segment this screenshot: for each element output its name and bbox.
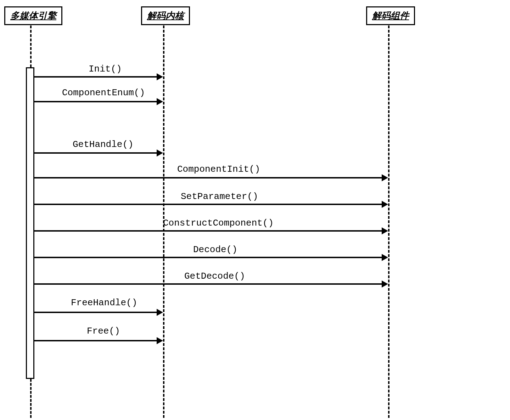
msg-arrowhead-init	[157, 73, 163, 80]
lifeline-component	[388, 25, 389, 418]
lifeline-box-component: 解码组件	[366, 6, 415, 25]
msg-label-setparameter: SetParameter()	[181, 191, 258, 202]
msg-label-free: Free()	[87, 326, 120, 336]
lifeline-engine-bottom	[30, 379, 32, 418]
msg-arrowhead-constructcomponent	[382, 227, 388, 234]
msg-arrowhead-gethandle	[157, 149, 163, 157]
msg-arrow-componentinit	[34, 177, 382, 178]
msg-arrow-getdecode	[34, 283, 382, 285]
msg-arrowhead-getdecode	[382, 280, 388, 288]
msg-label-constructcomponent: ConstructComponent()	[163, 218, 274, 228]
msg-arrow-componentenum	[34, 101, 157, 102]
lifeline-box-engine: 多媒体引擎	[4, 6, 62, 25]
msg-arrowhead-freehandle	[157, 309, 163, 316]
msg-arrowhead-componentenum	[157, 98, 163, 105]
msg-arrowhead-decode	[382, 254, 388, 261]
msg-arrow-init	[34, 76, 157, 78]
msg-arrow-free	[34, 340, 157, 341]
msg-arrow-constructcomponent	[34, 230, 382, 232]
msg-label-freehandle: FreeHandle()	[71, 297, 137, 308]
msg-arrowhead-componentinit	[382, 174, 388, 181]
msg-label-init: Init()	[89, 64, 122, 74]
msg-label-decode: Decode()	[193, 244, 237, 255]
activation-engine	[26, 67, 34, 379]
msg-arrowhead-free	[157, 337, 163, 344]
msg-label-gethandle: GetHandle()	[73, 139, 134, 150]
msg-arrow-freehandle	[34, 312, 157, 313]
msg-arrow-setparameter	[34, 204, 382, 205]
lifeline-engine	[30, 25, 32, 67]
msg-arrow-gethandle	[34, 152, 157, 154]
msg-label-componentenum: ComponentEnum()	[62, 87, 145, 98]
msg-arrowhead-setparameter	[382, 201, 388, 208]
msg-label-getdecode: GetDecode()	[184, 271, 245, 282]
lifeline-box-kernel: 解码内核	[141, 6, 190, 25]
msg-arrow-decode	[34, 257, 382, 258]
msg-label-componentinit: ComponentInit()	[177, 164, 260, 175]
